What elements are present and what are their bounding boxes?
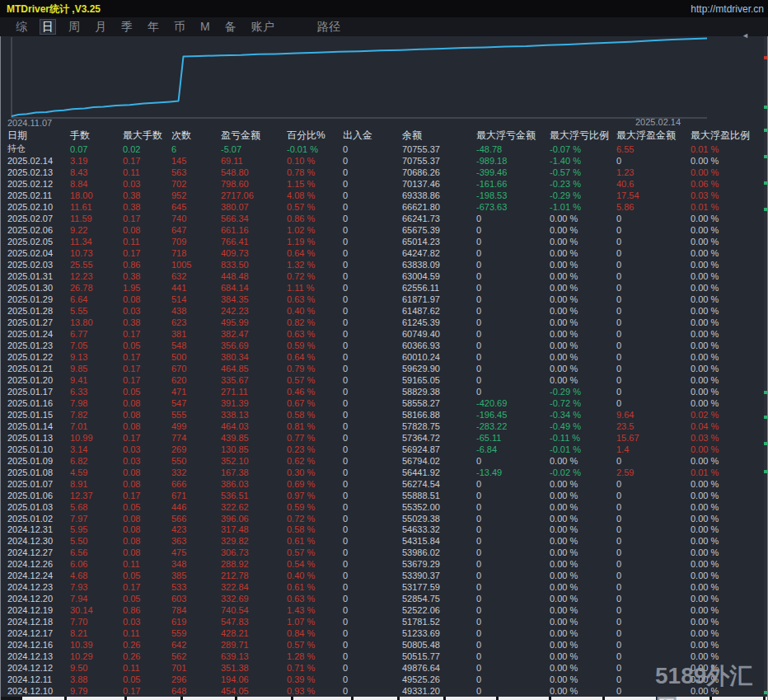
table-row[interactable]: 2024.12.315.950.08423317.480.58 %054633.…: [1, 524, 764, 536]
table-row[interactable]: 2024.12.178.210.11559428.210.84 %051233.…: [1, 627, 764, 639]
table-row[interactable]: 2025.02.1118.000.389522717.064.08 %06933…: [1, 190, 764, 201]
cell: 1.32 %: [287, 260, 343, 270]
table-row[interactable]: 2025.01.237.050.05548356.690.59 %060366.…: [1, 340, 764, 351]
table-row[interactable]: 2024.12.276.560.08475306.730.57 %053986.…: [1, 547, 764, 558]
table-row[interactable]: 2025.02.1011.610.38645380.070.57 %066621…: [1, 201, 764, 213]
table-row[interactable]: 2025.01.3112.230.38632448.480.72 %063004…: [1, 270, 764, 282]
menu-item-季[interactable]: 季: [119, 20, 134, 34]
table-row[interactable]: 2025.01.167.980.08547391.390.67 %058558.…: [1, 397, 764, 409]
cell: 0: [343, 594, 402, 604]
table-row[interactable]: 2024.12.266.060.11348288.920.54 %053679.…: [1, 558, 764, 570]
cell: 0: [343, 617, 402, 627]
table-row[interactable]: 2024.12.129.500.11701351.380.71 %049876.…: [1, 662, 764, 674]
table-row[interactable]: 2025.01.296.640.08514384.350.63 %061871.…: [1, 294, 764, 305]
menu-item-月[interactable]: 月: [93, 20, 108, 34]
cell: 2025.01.10: [7, 444, 70, 454]
cell: 352.10: [221, 456, 287, 466]
cell: 798.60: [221, 179, 287, 189]
table-row[interactable]: 2025.01.157.820.08555338.130.58 %058166.…: [1, 409, 764, 420]
menu-item-备[interactable]: 备: [223, 20, 238, 34]
table-row[interactable]: 2025.02.0325.550.861005833.501.32 %06383…: [1, 259, 764, 270]
table-row[interactable]: 2024.12.109.790.17648454.050.93 %049331.…: [1, 685, 764, 697]
table-row[interactable]: 2025.01.229.130.17500380.340.64 %060010.…: [1, 351, 764, 363]
cell: 2025.01.03: [7, 502, 70, 512]
cell: 766.41: [221, 237, 287, 247]
menu-item-path[interactable]: 路径: [316, 20, 342, 34]
table-row[interactable]: 2025.02.0711.590.17740566.340.86 %066241…: [1, 213, 764, 224]
cell: 0: [616, 571, 691, 580]
table-row[interactable]: 2025.01.285.550.03438242.230.40 %061487.…: [1, 305, 764, 317]
cell: 4.59: [70, 467, 123, 477]
cell: 0: [476, 640, 550, 650]
menu-item-账户[interactable]: 账户: [250, 20, 276, 34]
cell: 6.33: [70, 387, 123, 397]
table-row[interactable]: 2025.01.078.910.08666386.030.69 %056274.…: [1, 478, 764, 490]
table-row[interactable]: 2024.12.1610.390.26642289.710.57 %050805…: [1, 639, 764, 651]
cell: 332.69: [221, 594, 287, 604]
table-row[interactable]: 2025.01.209.410.17620335.670.57 %059165.…: [1, 374, 764, 386]
table-row[interactable]: 2024.12.305.500.08363329.820.61 %054315.…: [1, 535, 764, 547]
table-row[interactable]: 2024.12.207.940.05603332.690.63 %052854.…: [1, 593, 764, 604]
menu-item-周[interactable]: 周: [67, 20, 82, 34]
cell: 0: [616, 605, 691, 615]
table-row[interactable]: 2025.01.084.590.08332167.380.30 %056441.…: [1, 467, 764, 478]
cell: 548: [171, 341, 221, 350]
table-row[interactable]: 2024.12.187.700.03619547.831.07 %051781.…: [1, 616, 764, 627]
cell: 8.91: [70, 479, 123, 489]
cell: 0.00 %: [691, 352, 764, 362]
collapse-arrow-icon[interactable]: ◄: [742, 31, 749, 40]
cell: 0: [476, 387, 550, 397]
cell: 306.73: [221, 547, 287, 557]
cell: 0: [616, 479, 691, 489]
cell: 0.63 %: [287, 294, 343, 304]
table-row[interactable]: 2025.01.2713.800.38623495.990.82 %061245…: [1, 317, 764, 328]
menu-item-M[interactable]: M: [199, 20, 212, 34]
table-row[interactable]: 2025.01.096.820.03550352.100.62 %056794.…: [1, 455, 764, 467]
table-row[interactable]: 2025.01.1310.990.17774439.850.77 %057364…: [1, 432, 764, 444]
cell: -198.53: [476, 190, 550, 200]
cell: 0: [343, 547, 402, 557]
cell: 0.11: [123, 559, 171, 569]
cell: 1.95: [123, 283, 171, 293]
table-row[interactable]: 2024.12.1310.290.26562639.131.28 %050515…: [1, 651, 764, 662]
menu-item-日[interactable]: 日: [40, 20, 55, 34]
table-row[interactable]: 2025.01.035.680.05446322.620.59 %055352.…: [1, 501, 764, 513]
menu-item-年[interactable]: 年: [146, 20, 161, 34]
table-row[interactable]: 2025.01.219.850.17670464.850.79 %059629.…: [1, 363, 764, 374]
menu-item-综[interactable]: 综: [14, 20, 29, 34]
table-row[interactable]: 2025.02.0410.730.17718409.730.64 %064247…: [1, 247, 764, 259]
website-link[interactable]: http://mtdriver.cn: [691, 3, 764, 15]
cell: -0.02 %: [550, 467, 616, 477]
cell: 0.00 %: [691, 582, 764, 592]
cell: 56274.54: [402, 479, 476, 489]
table-row[interactable]: 2025.01.176.330.05471271.110.46 %058829.…: [1, 386, 764, 397]
cell: 774: [171, 433, 221, 443]
menu-item-币[interactable]: 币: [172, 20, 187, 34]
cell: 4.68: [70, 571, 123, 580]
vertical-scrollbar[interactable]: [764, 36, 767, 697]
table-row[interactable]: 2025.01.0612.370.17671536.510.97 %055888…: [1, 490, 764, 501]
table-row[interactable]: 2025.02.0511.340.11709766.411.19 %065014…: [1, 236, 764, 247]
table-row[interactable]: 2025.02.069.220.08647661.161.02 %065675.…: [1, 224, 764, 236]
table-row[interactable]: 2025.01.027.970.08566396.060.72 %055029.…: [1, 513, 764, 524]
table-row[interactable]: 2025.01.103.140.03269130.850.23 %056924.…: [1, 444, 764, 455]
cell: 0: [476, 260, 550, 270]
table-row[interactable]: 2024.12.244.680.05385212.780.40 %053390.…: [1, 570, 764, 581]
table-row[interactable]: 2025.02.138.430.11563548.800.78 %070686.…: [1, 167, 764, 178]
table-row[interactable]: 2025.01.246.770.17381382.470.63 %060749.…: [1, 328, 764, 340]
table-row[interactable]: 2024.12.237.930.17533322.840.61 %053177.…: [1, 581, 764, 593]
cell: 2025.02.13: [7, 167, 70, 177]
table-row[interactable]: 2025.02.143.190.1714569.110.10 %070755.3…: [1, 155, 764, 167]
cell: 0: [343, 156, 402, 166]
position-row[interactable]: 持仓0.070.026-5.07-0.01 %070755.37-48.78-0…: [1, 143, 764, 155]
cell: 740.54: [221, 605, 287, 615]
table-row[interactable]: 2024.12.113.880.05296194.060.39 %049525.…: [1, 674, 764, 685]
cell: 13.80: [70, 317, 123, 327]
table-row[interactable]: 2025.02.128.840.03702798.601.15 %070137.…: [1, 178, 764, 190]
table-row[interactable]: 2024.12.1930.140.86784740.541.43 %052522…: [1, 604, 764, 616]
cell: 454.05: [221, 686, 287, 696]
table-row[interactable]: 2025.01.147.010.08499464.030.81 %057828.…: [1, 420, 764, 432]
cell: 547: [171, 398, 221, 408]
cell: 9.85: [70, 364, 123, 373]
table-row[interactable]: 2025.01.3026.781.95441684.141.11 %062556…: [1, 282, 764, 294]
